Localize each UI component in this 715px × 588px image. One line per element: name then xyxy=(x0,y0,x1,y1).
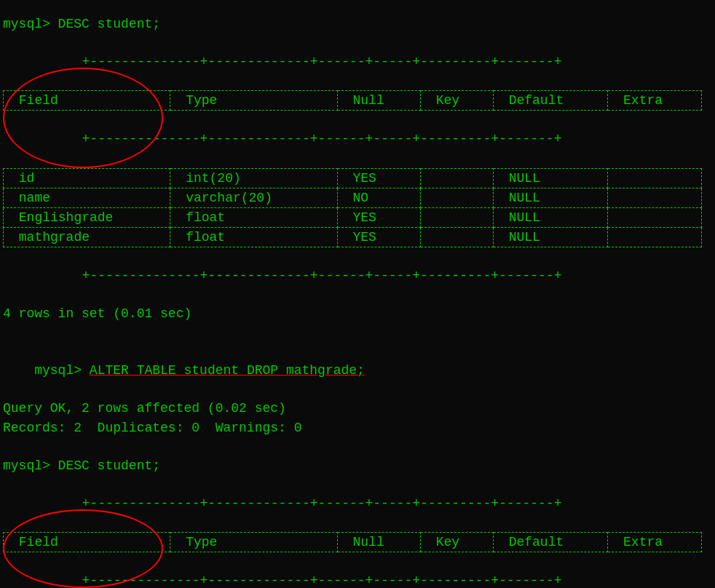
alter-prompt: mysql> xyxy=(34,363,90,378)
alter-command: ALTER TABLE xyxy=(90,363,176,378)
col-default-header2: Default xyxy=(493,533,607,552)
second-desc-prompt: mysql> DESC student; xyxy=(3,456,712,475)
cell-math-type: float xyxy=(170,227,337,247)
cell-math-extra xyxy=(608,227,702,247)
cell-math-null: YES xyxy=(337,227,420,247)
header-border2: +--------------+-------------+------+---… xyxy=(82,573,562,588)
blank-line-1 xyxy=(3,323,712,342)
cell-math-field: mathgrade xyxy=(4,227,170,247)
cell-english-key xyxy=(420,207,493,227)
table-row: id int(20) YES NULL xyxy=(4,168,702,188)
cell-english-default: NULL xyxy=(493,207,607,227)
first-desc-table: +--------------+-------------+------+---… xyxy=(3,33,702,304)
alter-rest: student DROP mathgrade; xyxy=(176,363,365,378)
cell-id-type: int(20) xyxy=(170,168,337,188)
cell-math-default: NULL xyxy=(493,227,607,247)
cell-english-extra xyxy=(608,207,702,227)
cell-english-null: YES xyxy=(337,207,420,227)
table-separator-header: +--------------+-------------+------+---… xyxy=(4,111,702,168)
first-desc-prompt: mysql> DESC student; xyxy=(3,15,712,33)
table-row: Englishgrade float YES NULL xyxy=(4,207,702,227)
cell-name-null: NO xyxy=(337,188,420,207)
col-type-header: Type xyxy=(170,91,337,111)
cell-english-type: float xyxy=(170,207,337,227)
top-border2: +--------------+-------------+------+---… xyxy=(82,496,562,511)
cell-name-key xyxy=(420,188,493,207)
col-key-header2: Key xyxy=(420,533,493,552)
first-row-count: 4 rows in set (0.01 sec) xyxy=(3,304,712,323)
first-table-wrapper: +--------------+-------------+------+---… xyxy=(3,33,712,304)
cell-id-field: id xyxy=(4,168,170,188)
cell-id-default: NULL xyxy=(493,168,607,188)
cell-id-extra xyxy=(608,168,702,188)
table-separator-header2: +--------------+-------------+------+---… xyxy=(4,552,702,588)
header-border: +--------------+-------------+------+---… xyxy=(82,132,562,146)
second-table-wrapper: +--------------+-------------+------+---… xyxy=(3,475,712,588)
col-null-header2: Null xyxy=(337,533,420,552)
col-field-header2: Field xyxy=(4,533,170,552)
top-border: +--------------+-------------+------+---… xyxy=(82,55,562,69)
col-null-header: Null xyxy=(337,91,420,111)
col-extra-header: Extra xyxy=(608,91,702,111)
second-desc-table: +--------------+-------------+------+---… xyxy=(3,475,702,588)
blank-line-2 xyxy=(3,437,712,456)
cell-name-type: varchar(20) xyxy=(170,188,337,207)
terminal: mysql> DESC student; +--------------+---… xyxy=(0,7,715,588)
col-extra-header2: Extra xyxy=(608,533,702,552)
alter-table-line: mysql> ALTER TABLE student DROP mathgrad… xyxy=(3,342,712,399)
cell-id-null: YES xyxy=(337,168,420,188)
table-separator-top: +--------------+-------------+------+---… xyxy=(4,33,702,91)
cell-name-field: name xyxy=(4,188,170,207)
table-header-row: Field Type Null Key Default Extra xyxy=(4,91,702,111)
alter-result1: Query OK, 2 rows affected (0.02 sec) xyxy=(3,399,712,418)
alter-result2: Records: 2 Duplicates: 0 Warnings: 0 xyxy=(3,418,712,437)
cell-name-extra xyxy=(608,188,702,207)
col-key-header: Key xyxy=(420,91,493,111)
bottom-border: +--------------+-------------+------+---… xyxy=(82,269,562,283)
table-row: mathgrade float YES NULL xyxy=(4,227,702,247)
col-field-header: Field xyxy=(4,91,170,111)
col-default-header: Default xyxy=(493,91,607,111)
table-row: name varchar(20) NO NULL xyxy=(4,188,702,207)
cell-id-key xyxy=(420,168,493,188)
cell-math-key xyxy=(420,227,493,247)
table-separator-bottom: +--------------+-------------+------+---… xyxy=(4,247,702,304)
col-type-header2: Type xyxy=(170,533,337,552)
cell-name-default: NULL xyxy=(493,188,607,207)
cell-english-field: Englishgrade xyxy=(4,207,170,227)
table-separator-top2: +--------------+-------------+------+---… xyxy=(4,475,702,533)
table-header-row2: Field Type Null Key Default Extra xyxy=(4,533,702,552)
